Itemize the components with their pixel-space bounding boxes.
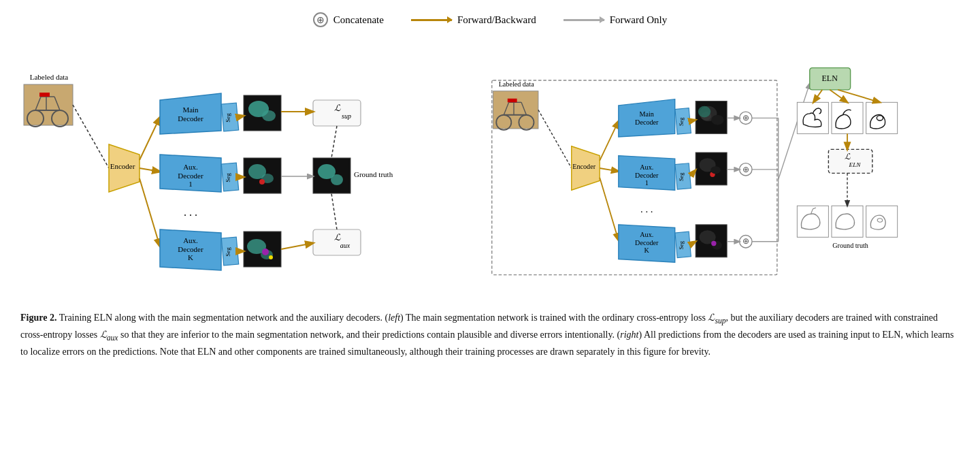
right-aux1-concat-symbol: ⊕ [742,165,749,174]
right-auxK-decoder-label3: K [644,246,650,254]
left-image-to-encoder-line [73,105,109,168]
svg-point-30 [698,106,710,118]
right-aux1-decoder-label3: 1 [645,179,649,187]
right-auxK-decoder-label: Aux. [640,231,653,238]
left-gt-label: Ground truth [354,170,393,178]
svg-point-36 [711,241,716,246]
right-enc-to-aux1 [600,168,619,172]
right-main-seg-to-pred [690,120,696,121]
caption-text1: Training ELN along with the main segment… [20,313,954,357]
right-enc-to-auxK [600,178,619,240]
right-eln-out2 [832,102,863,133]
legend-forward-backward: Forward/Backward [411,14,536,26]
left-main-seg-label: Seg [225,113,231,123]
svg-point-28 [711,115,723,125]
left-auxK-decoder-label: Aux. [183,236,198,244]
right-encoder-label: Encoder [572,163,595,170]
right-dots: · · · [640,206,653,217]
svg-rect-7 [39,93,50,97]
left-auxK-to-laux [281,243,313,249]
right-eln-out3 [866,102,898,133]
left-laux-label: ℒ [334,232,341,242]
left-enc-to-auxK-line [140,178,160,246]
right-main-seg-label: Seg [679,118,685,126]
left-aux1-decoder-label3: 1 [189,180,193,188]
left-enc-to-aux1-line [140,168,160,172]
left-laux-to-gt [331,193,337,229]
concat-icon: ⊕ [313,12,328,27]
left-dots: · · · [184,210,197,221]
right-auxK-concat-symbol: ⊕ [742,236,749,246]
right-eln-to-out1 [813,90,822,102]
left-auxK-seg-label: Seg [225,247,231,257]
legend: ⊕ Concatenate Forward/Backward Forward O… [14,7,966,35]
forward-only-label: Forward Only [610,14,668,26]
svg-point-33 [710,166,721,174]
right-leln-label: ℒ [845,152,851,161]
left-labeled-data-label: Labeled data [30,73,69,81]
left-main-seg-to-pred [238,116,244,117]
left-lsup-sub: sup [342,112,351,120]
right-aux1-decoder-label: Aux. [640,163,653,171]
figure-number: Figure 2. [20,313,56,323]
forward-backward-label: Forward/Backward [457,14,536,26]
right-auxK-seg-to-pred [690,242,696,245]
right-main-decoder-label: Main [640,110,654,118]
right-aux1-seg-to-pred [690,170,696,176]
right-enc-to-main [600,121,619,161]
svg-point-9 [262,110,276,121]
svg-rect-26 [508,99,517,103]
diagrams-container: Labeled data Encoder [14,35,966,301]
left-enc-to-main-line [140,117,160,160]
main-container: ⊕ Concatenate Forward/Backward Forward O… [0,0,980,366]
legend-forward-only: Forward Only [564,14,668,26]
left-diagram: Labeled data Encoder [14,35,490,301]
right-diagram: Labeled data Encoder Main Decoder [490,35,966,301]
left-aux1-decoder-label2: Decoder [178,172,203,180]
legend-concatenate: ⊕ Concatenate [313,12,384,27]
left-aux1-decoder-label: Aux. [183,163,198,171]
left-laux-sub: aux [340,242,350,249]
right-aux1-decoder-label2: Decoder [635,172,659,179]
svg-point-18 [331,174,343,185]
right-gt-label: Ground truth [832,242,868,249]
figure-caption: Figure 2. Training ELN along with the ma… [14,310,966,359]
right-main-decoder-label2: Decoder [635,118,659,126]
gray-arrow-icon [564,19,604,21]
gold-arrow-icon [411,19,452,21]
left-main-decoder-label: Main [182,106,199,114]
left-lsup-to-gt [331,126,337,158]
right-auxK-seg-label: Seg [679,241,685,249]
right-eln-label: ELN [822,74,838,83]
right-labeled-data-label: Labeled data [499,80,535,88]
left-main-decoder-shape [160,93,221,134]
left-main-decoder-label2: Decoder [178,114,203,123]
concat-label: Concatenate [333,14,384,26]
right-aux1-seg-label: Seg [679,173,685,181]
right-main-concat-symbol: ⊕ [742,113,749,123]
right-leln-sub: ELN [849,161,862,168]
right-eln-out1 [797,102,828,133]
left-auxK-decoder-label2: Decoder [178,245,203,253]
left-auxK-decoder-label3: K [188,253,193,261]
svg-point-12 [259,179,265,185]
left-aux1-seg-label: Seg [225,173,231,182]
svg-point-15 [262,249,269,255]
svg-point-16 [269,255,273,259]
right-image-to-encoder-line [538,110,572,168]
left-lsup-label: ℒ [334,103,341,113]
right-motorcycle-image [493,91,538,129]
right-auxK-decoder-label2: Decoder [635,239,659,246]
left-motorcycle-image [24,84,73,125]
left-encoder-label: Encoder [110,162,135,170]
